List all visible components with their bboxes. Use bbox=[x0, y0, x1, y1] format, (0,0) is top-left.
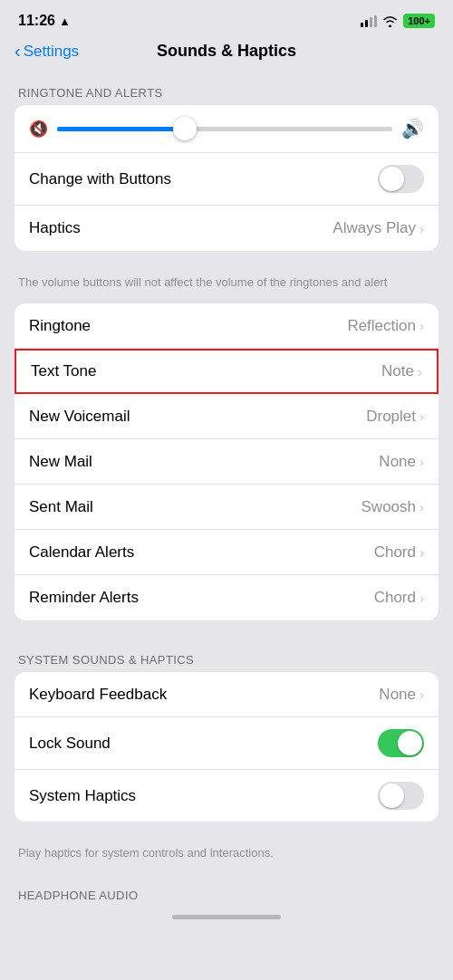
tone-row-5[interactable]: Calendar AlertsChord› bbox=[14, 530, 439, 575]
tone-label-6: Reminder Alerts bbox=[29, 589, 139, 607]
system-toggle-2[interactable] bbox=[378, 782, 424, 810]
system-label-2: System Haptics bbox=[29, 787, 136, 805]
system-row-2[interactable]: System Haptics bbox=[14, 770, 439, 821]
volume-high-icon: 🔊 bbox=[401, 118, 424, 139]
nav-bar: ‹ Settings Sounds & Haptics bbox=[0, 34, 453, 72]
tone-chevron-icon-6: › bbox=[419, 591, 424, 606]
tone-chevron-icon-3: › bbox=[419, 454, 424, 469]
tone-row-6[interactable]: Reminder AlertsChord› bbox=[14, 575, 439, 620]
tone-value-2: Droplet› bbox=[366, 408, 424, 426]
tone-label-5: Calendar Alerts bbox=[29, 543, 134, 562]
ringtone-footnote: The volume buttons will not affect the v… bbox=[0, 269, 453, 303]
system-footnote: Play haptics for system controls and int… bbox=[0, 840, 453, 874]
tone-value-3: None› bbox=[379, 453, 424, 471]
volume-slider-fill bbox=[57, 127, 185, 131]
status-bar: 11:26 ▲ 100+ bbox=[0, 0, 453, 34]
haptics-label: Haptics bbox=[29, 219, 81, 237]
volume-slider-row[interactable]: 🔇 🔊 bbox=[14, 105, 439, 153]
tone-chevron-icon-0: › bbox=[419, 318, 424, 333]
svg-rect-0 bbox=[361, 23, 363, 27]
tone-chevron-icon-1: › bbox=[418, 364, 422, 380]
tone-row-4[interactable]: Sent MailSwoosh› bbox=[14, 485, 439, 530]
tone-value-text-6: Chord bbox=[374, 589, 416, 607]
change-with-buttons-row[interactable]: Change with Buttons bbox=[14, 153, 439, 206]
svg-rect-3 bbox=[374, 15, 377, 27]
ringtone-alerts-card: 🔇 🔊 Change with Buttons Haptics Always P… bbox=[14, 105, 439, 251]
home-bar bbox=[172, 915, 281, 919]
tone-row-1[interactable]: Text ToneNote› bbox=[14, 349, 439, 394]
volume-slider-thumb[interactable] bbox=[173, 117, 197, 140]
svg-rect-1 bbox=[365, 20, 368, 27]
signal-icon bbox=[361, 15, 377, 27]
system-label-0: Keyboard Feedback bbox=[29, 686, 167, 704]
wifi-icon bbox=[382, 15, 398, 27]
volume-slider-track[interactable] bbox=[57, 127, 392, 131]
toggle-knob bbox=[380, 167, 404, 191]
system-value-0: None› bbox=[379, 686, 424, 704]
tone-label-1: Text Tone bbox=[31, 362, 96, 380]
system-row-1[interactable]: Lock Sound bbox=[14, 717, 439, 770]
status-icons: 100+ bbox=[361, 14, 435, 28]
tone-label-4: Sent Mail bbox=[29, 498, 93, 516]
tone-value-4: Swoosh› bbox=[361, 498, 424, 516]
tone-label-3: New Mail bbox=[29, 453, 92, 471]
change-with-buttons-label: Change with Buttons bbox=[29, 170, 171, 188]
volume-low-icon: 🔇 bbox=[29, 120, 48, 139]
page-title: Sounds & Haptics bbox=[157, 42, 296, 61]
system-sounds-card: Keyboard FeedbackNone›Lock SoundSystem H… bbox=[14, 672, 439, 821]
toggle-knob-1 bbox=[398, 731, 422, 755]
headphone-section-label: HEADPHONE AUDIO bbox=[0, 874, 453, 908]
system-label-1: Lock Sound bbox=[29, 735, 111, 753]
battery-indicator: 100+ bbox=[403, 14, 435, 28]
tone-row-3[interactable]: New MailNone› bbox=[14, 439, 439, 485]
system-chevron-icon-0: › bbox=[419, 687, 424, 702]
tone-value-text-2: Droplet bbox=[366, 408, 416, 426]
tone-value-5: Chord› bbox=[374, 543, 424, 562]
tone-label-2: New Voicemail bbox=[29, 408, 130, 426]
tone-value-0: Reflection› bbox=[347, 317, 424, 335]
tone-chevron-icon-4: › bbox=[419, 499, 424, 514]
tone-chevron-icon-5: › bbox=[419, 544, 424, 560]
tone-row-2[interactable]: New VoicemailDroplet› bbox=[14, 394, 439, 439]
svg-rect-2 bbox=[370, 17, 372, 27]
system-section-label: SYSTEM SOUNDS & HAPTICS bbox=[0, 639, 453, 672]
tone-label-0: Ringtone bbox=[29, 317, 91, 335]
change-with-buttons-toggle[interactable] bbox=[378, 165, 424, 193]
haptics-value-text: Always Play bbox=[333, 219, 416, 237]
tone-row-0[interactable]: RingtoneReflection› bbox=[14, 303, 439, 349]
system-row-0[interactable]: Keyboard FeedbackNone› bbox=[14, 672, 439, 717]
tone-chevron-icon-2: › bbox=[419, 408, 424, 424]
tone-value-6: Chord› bbox=[374, 589, 424, 607]
tone-value-text-3: None bbox=[379, 453, 416, 471]
back-label: Settings bbox=[24, 43, 79, 61]
haptics-chevron-icon: › bbox=[419, 221, 424, 236]
tone-value-text-4: Swoosh bbox=[361, 498, 416, 516]
location-icon: ▲ bbox=[59, 14, 71, 28]
time-label: 11:26 bbox=[18, 13, 55, 29]
tone-value-text-5: Chord bbox=[374, 543, 416, 562]
tone-value-text-0: Reflection bbox=[347, 317, 416, 335]
system-value-text-0: None bbox=[379, 686, 416, 704]
ringtone-section-label: RINGTONE AND ALERTS bbox=[0, 72, 453, 105]
tone-value-text-1: Note bbox=[381, 362, 414, 380]
haptics-row[interactable]: Haptics Always Play › bbox=[14, 206, 439, 251]
toggle-knob-2 bbox=[380, 783, 404, 808]
status-time: 11:26 ▲ bbox=[18, 13, 71, 29]
home-indicator bbox=[0, 908, 453, 930]
back-chevron-icon: ‹ bbox=[14, 41, 21, 62]
tones-card: RingtoneReflection›Text ToneNote›New Voi… bbox=[14, 303, 439, 620]
back-button[interactable]: ‹ Settings bbox=[14, 41, 79, 62]
haptics-value: Always Play › bbox=[333, 219, 424, 237]
system-toggle-1[interactable] bbox=[378, 729, 424, 757]
tone-value-1: Note› bbox=[381, 362, 422, 380]
